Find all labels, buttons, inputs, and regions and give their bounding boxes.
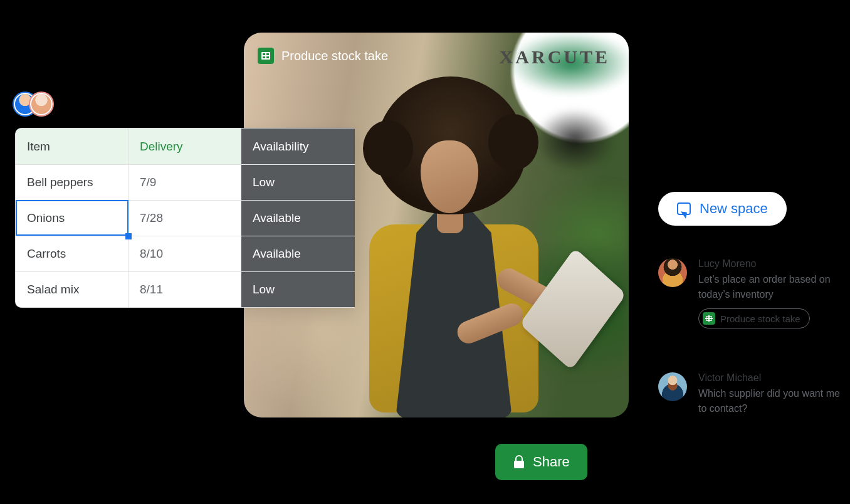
cell-delivery[interactable]: 8/10 [129,236,241,271]
col-header-delivery[interactable]: Delivery [129,129,241,164]
avatar[interactable] [30,93,53,115]
collaborator-avatars [14,93,53,115]
chat-message: Victor Michael Which supplier did you wa… [658,372,846,416]
background-sign-text: XARCUTE [500,46,610,68]
attachment-label: Produce stock take [720,313,800,324]
table-row[interactable]: Bell peppers 7/9 Low [16,164,355,200]
lock-icon [513,456,525,468]
chat-text: Which supplier did you want me to contac… [698,386,846,416]
avatar[interactable] [658,258,687,287]
share-label: Share [533,454,570,470]
cell-item[interactable]: Bell peppers [16,164,129,200]
table-row[interactable]: Onions 7/28 Available [16,200,355,236]
cell-availability[interactable]: Available [241,236,355,271]
new-space-button[interactable]: New space [658,192,787,226]
doc-title-bar: Produce stock take [258,48,388,64]
cell-delivery[interactable]: 7/28 [129,200,241,236]
cell-delivery[interactable]: 8/11 [129,271,241,307]
new-space-label: New space [700,201,768,217]
cell-availability[interactable]: Low [241,164,355,200]
cell-item[interactable]: Carrots [16,236,129,271]
cell-item[interactable]: Onions [16,200,129,236]
col-header-availability[interactable]: Availability [241,129,355,164]
cell-delivery[interactable]: 7/9 [129,164,241,200]
cell-availability[interactable]: Low [241,271,355,307]
chat-author: Lucy Moreno [698,258,846,270]
chat-message: Lucy Moreno Let’s place an order based o… [658,258,846,328]
cell-availability[interactable]: Available [241,200,355,236]
table-row[interactable]: Salad mix 8/11 Low [16,271,355,307]
sheets-icon [703,312,715,325]
table-row[interactable]: Carrots 8/10 Available [16,236,355,271]
share-button[interactable]: Share [495,444,587,480]
chat-text: Let’s place an order based on today’s in… [698,272,846,302]
chat-author: Victor Michael [698,372,846,384]
attachment-chip[interactable]: Produce stock take [698,308,810,328]
col-header-item[interactable]: Item [16,129,129,164]
person-illustration [338,83,564,417]
avatar[interactable] [658,372,687,401]
table-header-row: Item Delivery Availability [16,129,355,164]
chat-bubble-icon [677,202,691,215]
doc-title: Produce stock take [281,49,388,63]
cell-item[interactable]: Salad mix [16,271,129,307]
sheets-icon [258,48,274,64]
spreadsheet[interactable]: Item Delivery Availability Bell peppers … [15,128,355,308]
